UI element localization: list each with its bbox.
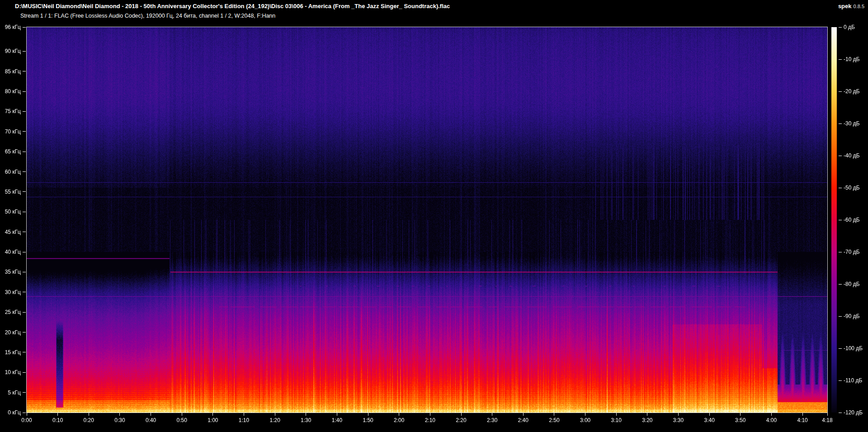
legend-tick-mark bbox=[839, 156, 842, 156]
x-tick-label: 2:40 bbox=[511, 417, 535, 423]
x-tick-label: 0:00 bbox=[14, 417, 39, 423]
x-tick-label: 3:10 bbox=[604, 417, 628, 423]
legend-tick-label: 0 дБ bbox=[844, 24, 855, 30]
x-tick-mark bbox=[306, 413, 306, 416]
legend-tick-label: -120 дБ bbox=[844, 410, 863, 416]
app-version-badge: spek0.8.5 bbox=[838, 3, 864, 9]
legend-tick-label: -30 дБ bbox=[844, 121, 860, 127]
y-tick-mark bbox=[23, 91, 26, 92]
x-tick-mark bbox=[523, 413, 524, 416]
x-tick-label: 1:20 bbox=[263, 417, 287, 423]
x-tick-mark bbox=[554, 413, 554, 416]
legend-tick-mark bbox=[839, 348, 842, 349]
spek-window: D:\MUSIC\Neil Diamond\Neil Diamond - 201… bbox=[0, 0, 868, 432]
y-tick-label: 25 кГц bbox=[0, 309, 21, 315]
x-tick-label: 1:30 bbox=[294, 417, 318, 423]
legend-gradient-bar bbox=[831, 27, 837, 413]
legend-tick-mark bbox=[839, 188, 842, 188]
x-tick-label: 0:30 bbox=[108, 417, 132, 423]
legend-tick-mark bbox=[839, 252, 842, 252]
y-tick-mark bbox=[23, 332, 26, 332]
y-tick-mark bbox=[23, 171, 26, 172]
y-tick-label: 75 кГц bbox=[0, 109, 21, 114]
x-tick-mark bbox=[740, 413, 741, 416]
y-tick-label: 65 кГц bbox=[0, 149, 21, 155]
x-tick-label: 0:40 bbox=[139, 417, 163, 423]
x-tick-mark bbox=[212, 413, 213, 416]
x-tick-label: 2:30 bbox=[480, 417, 505, 423]
x-tick-mark bbox=[119, 413, 120, 416]
x-tick-mark bbox=[771, 413, 772, 416]
x-tick-label: 1:40 bbox=[325, 417, 349, 423]
x-tick-label: 1:10 bbox=[232, 417, 256, 423]
legend-tick-mark bbox=[839, 27, 842, 28]
x-tick-mark bbox=[182, 413, 182, 416]
y-tick-mark bbox=[23, 27, 26, 28]
legend-tick-mark bbox=[839, 380, 842, 381]
y-tick-mark bbox=[23, 111, 26, 112]
y-tick-mark bbox=[23, 292, 26, 292]
y-tick-mark bbox=[23, 252, 26, 252]
legend-tick-mark bbox=[839, 220, 842, 220]
y-tick-mark bbox=[23, 312, 26, 313]
y-tick-label: 60 кГц bbox=[0, 169, 21, 175]
x-tick-mark bbox=[337, 413, 337, 416]
y-tick-mark bbox=[23, 212, 26, 212]
legend-tick-mark bbox=[839, 284, 842, 285]
x-tick-mark bbox=[399, 413, 399, 416]
x-tick-label: 4:00 bbox=[759, 417, 783, 423]
legend-tick-mark bbox=[839, 91, 842, 92]
x-tick-label: 0:20 bbox=[76, 417, 101, 423]
y-tick-mark bbox=[23, 71, 26, 71]
x-tick-mark bbox=[430, 413, 430, 416]
legend-tick-label: -10 дБ bbox=[844, 57, 860, 62]
y-tick-label: 5 кГц bbox=[0, 390, 21, 396]
legend-tick-mark bbox=[839, 59, 842, 60]
y-tick-mark bbox=[23, 131, 26, 132]
y-tick-label: 55 кГц bbox=[0, 189, 21, 195]
x-tick-mark bbox=[89, 413, 89, 416]
y-tick-mark bbox=[23, 392, 26, 393]
legend-tick-mark bbox=[839, 123, 842, 124]
legend-tick-label: -90 дБ bbox=[844, 313, 860, 319]
x-tick-label: 3:30 bbox=[666, 417, 691, 423]
legend-tick-label: -50 дБ bbox=[844, 185, 860, 191]
y-tick-label: 40 кГц bbox=[0, 249, 21, 255]
x-tick-mark bbox=[57, 413, 58, 416]
x-tick-mark bbox=[461, 413, 462, 416]
legend-tick-label: -100 дБ bbox=[844, 346, 863, 351]
y-tick-mark bbox=[23, 51, 26, 52]
y-tick-label: 20 кГц bbox=[0, 330, 21, 336]
legend-tick-label: -60 дБ bbox=[844, 217, 860, 223]
y-tick-mark bbox=[23, 413, 26, 413]
x-tick-label: 2:00 bbox=[387, 417, 411, 423]
app-version-number: 0.8.5 bbox=[854, 4, 864, 9]
y-tick-label: 85 кГц bbox=[0, 69, 21, 75]
x-tick-mark bbox=[27, 413, 27, 416]
x-tick-mark bbox=[585, 413, 585, 416]
x-tick-mark bbox=[647, 413, 647, 416]
x-tick-mark bbox=[492, 413, 492, 416]
x-tick-label: 3:00 bbox=[573, 417, 598, 423]
y-tick-mark bbox=[23, 191, 26, 192]
y-tick-label: 0 кГц bbox=[0, 410, 21, 416]
file-path-title: D:\MUSIC\Neil Diamond\Neil Diamond - 201… bbox=[15, 3, 450, 9]
x-tick-label: 4:10 bbox=[790, 417, 815, 423]
x-tick-label: 4:18 bbox=[815, 417, 840, 423]
y-tick-mark bbox=[23, 352, 26, 352]
legend-tick-mark bbox=[839, 413, 842, 413]
y-tick-label: 10 кГц bbox=[0, 370, 21, 375]
legend-tick-mark bbox=[839, 316, 842, 317]
x-tick-mark bbox=[678, 413, 679, 416]
x-tick-label: 2:10 bbox=[418, 417, 442, 423]
x-tick-mark bbox=[244, 413, 244, 416]
x-tick-mark bbox=[275, 413, 275, 416]
stream-info: Stream 1 / 1: FLAC (Free Lossless Audio … bbox=[20, 13, 275, 19]
y-tick-mark bbox=[23, 232, 26, 232]
x-tick-mark bbox=[151, 413, 151, 416]
spectrogram-canvas bbox=[27, 27, 827, 413]
y-tick-label: 15 кГц bbox=[0, 350, 21, 356]
y-tick-mark bbox=[23, 272, 26, 272]
x-tick-label: 3:50 bbox=[728, 417, 753, 423]
app-name: spek bbox=[838, 3, 852, 9]
